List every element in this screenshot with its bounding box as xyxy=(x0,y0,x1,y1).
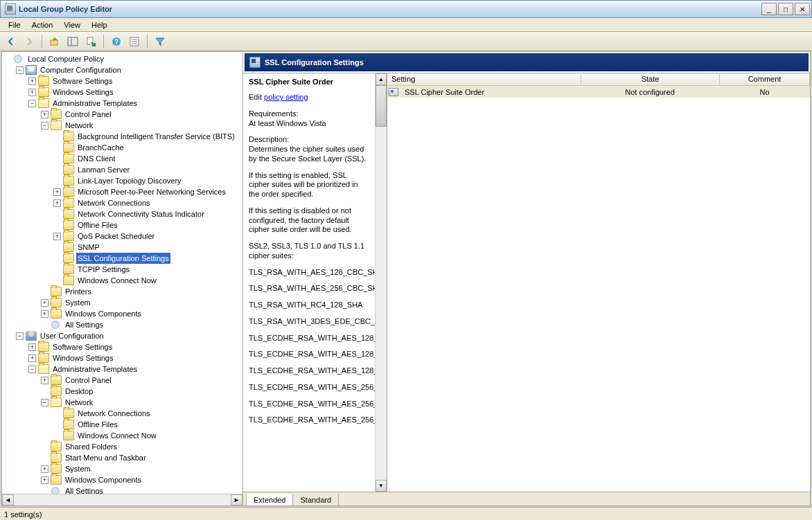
menu-action[interactable]: Action xyxy=(26,19,59,30)
tree-item[interactable]: DNS Client xyxy=(3,153,242,164)
expand-icon[interactable]: + xyxy=(53,199,61,207)
tree-item[interactable]: Shared Folders xyxy=(3,441,242,452)
menu-file[interactable]: File xyxy=(3,19,26,30)
expand-icon[interactable]: + xyxy=(53,188,61,196)
expand-icon[interactable]: + xyxy=(41,299,48,307)
expand-icon[interactable]: + xyxy=(41,377,48,384)
tab-standard[interactable]: Standard xyxy=(292,494,339,506)
folder-icon xyxy=(63,265,74,274)
minimize-button[interactable]: _ xyxy=(761,3,777,15)
right-pane: SSL Configuration Settings SSL Cipher Su… xyxy=(243,52,810,505)
tree-item[interactable]: +Windows Components xyxy=(3,308,242,319)
folder-icon xyxy=(38,87,49,97)
tree-item[interactable]: −Network xyxy=(3,120,242,131)
tree-item[interactable]: SNMP xyxy=(3,242,242,253)
collapse-icon[interactable]: − xyxy=(28,366,36,373)
filter-button[interactable] xyxy=(152,34,168,49)
tree-item[interactable]: +Control Panel xyxy=(3,375,242,386)
tree-item[interactable]: Offline Files xyxy=(3,219,242,231)
col-setting[interactable]: Setting xyxy=(387,73,581,85)
tree-item[interactable]: SSL Configuration Settings xyxy=(3,253,242,264)
setting-icon xyxy=(389,88,398,96)
folder-icon xyxy=(38,342,49,352)
export-list-button[interactable] xyxy=(82,34,99,49)
tab-extended[interactable]: Extended xyxy=(246,494,293,506)
collapse-icon[interactable]: − xyxy=(16,332,24,340)
tree-item[interactable]: +Network Connections xyxy=(3,197,242,208)
expand-icon[interactable]: + xyxy=(28,355,36,362)
edit-policy-link[interactable]: policy setting xyxy=(264,93,308,101)
description-vscrollbar[interactable]: ▲▼ xyxy=(375,73,387,492)
list-header[interactable]: Setting State Comment xyxy=(387,73,810,86)
tree-item[interactable]: All Settings xyxy=(3,485,242,494)
tree-item[interactable]: Network Connectivity Status Indicator xyxy=(3,208,242,219)
expand-icon[interactable]: + xyxy=(53,233,61,240)
tree-item[interactable]: BranchCache xyxy=(3,142,242,153)
tree-item[interactable]: −Computer Configuration xyxy=(3,64,242,75)
col-comment[interactable]: Comment xyxy=(720,73,810,85)
tree-item[interactable]: Windows Connect Now xyxy=(3,430,242,441)
folder-icon xyxy=(63,220,74,230)
expand-icon[interactable]: + xyxy=(28,89,36,96)
back-button[interactable] xyxy=(3,34,19,49)
tree-item[interactable]: Background Intelligent Transfer Service … xyxy=(3,131,242,142)
tree-item[interactable]: +Software Settings xyxy=(3,75,242,87)
tree-item[interactable]: +Windows Components xyxy=(3,474,242,485)
properties-button[interactable] xyxy=(126,34,143,49)
collapse-icon[interactable]: − xyxy=(41,399,48,406)
close-button[interactable]: ✕ xyxy=(795,3,810,15)
expand-icon[interactable]: + xyxy=(28,78,36,85)
tree-item[interactable]: Offline Files xyxy=(3,419,242,430)
show-hide-tree-button[interactable] xyxy=(64,34,81,49)
expand-icon[interactable]: + xyxy=(41,111,48,118)
maximize-button[interactable]: □ xyxy=(778,3,793,15)
folder-icon xyxy=(51,109,62,119)
tree-item[interactable]: −Administrative Templates xyxy=(3,98,242,109)
menu-view[interactable]: View xyxy=(58,19,86,30)
tree-item[interactable]: TCPIP Settings xyxy=(3,264,242,275)
tree-item[interactable]: Windows Connect Now xyxy=(3,275,242,286)
tree-item-label: BranchCache xyxy=(76,142,125,153)
tree-item[interactable]: −Administrative Templates xyxy=(3,364,242,375)
tree-item[interactable]: +Control Panel xyxy=(3,109,242,120)
tree-item-label: Windows Connect Now xyxy=(76,430,158,441)
expand-icon[interactable]: + xyxy=(41,476,48,484)
setting-row[interactable]: SSL Cipher Suite OrderNot configuredNo xyxy=(387,86,810,98)
svg-rect-0 xyxy=(51,40,58,45)
collapse-icon[interactable]: − xyxy=(16,66,24,74)
tree-item[interactable]: Lanman Server xyxy=(3,164,242,175)
col-state[interactable]: State xyxy=(581,73,720,85)
tree-item[interactable]: +System xyxy=(3,463,242,474)
tree-item[interactable]: +Windows Settings xyxy=(3,352,242,364)
tree-item-label: System xyxy=(64,463,92,474)
tree-item[interactable]: Printers xyxy=(3,286,242,297)
tree-item[interactable]: Local Computer Policy xyxy=(3,53,242,64)
expand-icon[interactable]: + xyxy=(41,310,48,318)
tree-item[interactable]: Desktop xyxy=(3,386,242,397)
description-label: Description: xyxy=(249,135,289,143)
collapse-icon[interactable]: − xyxy=(28,100,36,107)
tree-item[interactable]: +Windows Settings xyxy=(3,87,242,98)
policy-tree[interactable]: Local Computer Policy−Computer Configura… xyxy=(2,52,242,494)
up-button[interactable] xyxy=(46,34,63,49)
menu-help[interactable]: Help xyxy=(86,19,113,30)
tree-item[interactable]: −User Configuration xyxy=(3,330,242,341)
help-button[interactable]: ? xyxy=(108,34,125,49)
folder-icon xyxy=(63,198,74,208)
tree-item[interactable]: +Microsoft Peer-to-Peer Networking Servi… xyxy=(3,186,242,197)
expand-icon[interactable]: + xyxy=(28,343,36,351)
tree-item[interactable]: +Software Settings xyxy=(3,341,242,352)
tree-item-label: SSL Configuration Settings xyxy=(76,253,170,264)
collapse-icon[interactable]: − xyxy=(41,122,48,129)
setting-title: SSL Cipher Suite Order xyxy=(249,78,369,86)
forward-button[interactable] xyxy=(21,34,37,49)
tree-item[interactable]: +QoS Packet Scheduler xyxy=(3,231,242,242)
tree-item[interactable]: −Network xyxy=(3,397,242,408)
tree-hscrollbar[interactable]: ◄► xyxy=(2,494,242,505)
tree-item[interactable]: Network Connections xyxy=(3,408,242,419)
tree-item[interactable]: Link-Layer Topology Discovery xyxy=(3,175,242,186)
tree-item[interactable]: +System xyxy=(3,297,242,308)
tree-item[interactable]: All Settings xyxy=(3,319,242,330)
expand-icon[interactable]: + xyxy=(41,465,48,473)
tree-item[interactable]: Start Menu and Taskbar xyxy=(3,452,242,463)
